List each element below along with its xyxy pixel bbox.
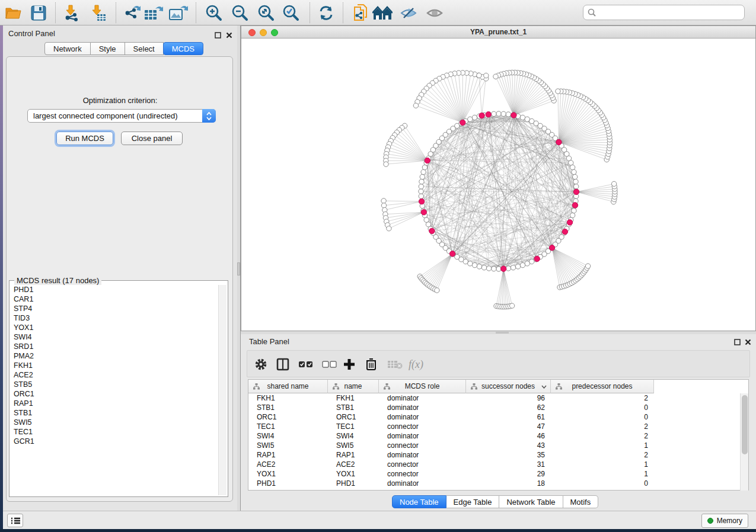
zoom-fit-icon[interactable]	[256, 3, 276, 23]
mcds-result-item[interactable]: TEC1	[11, 427, 219, 437]
mcds-result-item[interactable]: SWI4	[11, 332, 219, 342]
scrollbar-thumb[interactable]	[742, 395, 748, 454]
mcds-result-item[interactable]: PMA2	[11, 351, 219, 361]
network-file-share-icon[interactable]	[350, 3, 371, 23]
run-mcds-button[interactable]: Run MCDS	[56, 132, 113, 145]
table-row[interactable]: YOX1YOX1connector291	[248, 469, 741, 479]
show-columns-icon[interactable]	[276, 355, 289, 373]
mcds-result-item[interactable]: FKH1	[11, 361, 219, 370]
import-table-icon[interactable]	[88, 3, 108, 23]
table-cell: 2	[551, 422, 654, 431]
toolbar-separator	[116, 2, 116, 23]
tab-select[interactable]: Select	[125, 42, 164, 55]
delete-table-icon[interactable]	[387, 355, 403, 373]
table-cell: 18	[466, 479, 551, 488]
table-row[interactable]: TEC1TEC1connector472	[248, 422, 741, 431]
function-builder-icon[interactable]: f(x)	[409, 355, 423, 373]
column-header-MCDS-role[interactable]: MCDS role	[379, 380, 466, 393]
add-column-icon[interactable]	[343, 355, 355, 373]
control-panel-tabs: Network Style Select MCDS	[44, 42, 203, 55]
open-file-icon[interactable]	[4, 3, 24, 23]
tab-style[interactable]: Style	[91, 42, 125, 55]
table-cell: 46	[466, 431, 551, 441]
import-network-icon[interactable]	[62, 3, 82, 23]
export-network-icon[interactable]	[122, 3, 142, 23]
mcds-result-list[interactable]: PHD1CAR1STP4TID3YOX1SWI4SRD1PMA2FKH1ACE2…	[11, 285, 219, 495]
tab-node-table[interactable]: Node Table	[392, 495, 446, 508]
table-cell: connector	[379, 441, 466, 450]
column-header-predecessor-nodes[interactable]: predecessor nodes	[551, 380, 654, 393]
table-cell: dominator	[379, 412, 466, 422]
mcds-result-item[interactable]: ACE2	[11, 370, 219, 380]
mcds-result-item[interactable]: STP4	[11, 304, 219, 313]
table-row[interactable]: RAP1RAP1dominator352	[248, 450, 741, 460]
zoom-in-icon[interactable]	[204, 3, 224, 23]
table-row[interactable]: SWI5SWI5connector431	[248, 441, 741, 450]
table-scrollbar[interactable]	[740, 393, 748, 491]
table-row[interactable]: ACE2ACE2connector311	[248, 460, 741, 469]
table-row[interactable]: ORC1ORC1dominator610	[248, 412, 741, 422]
close-panel-icon[interactable]	[226, 30, 232, 37]
mcds-result-item[interactable]: GCR1	[11, 437, 219, 446]
mcds-result-item[interactable]: SRD1	[11, 342, 219, 351]
memory-button[interactable]: Memory	[701, 514, 748, 528]
float-panel-icon[interactable]	[734, 337, 741, 344]
table-cell: RAP1	[328, 450, 379, 460]
mcds-result-item[interactable]: YOX1	[11, 323, 219, 332]
column-header-name[interactable]: name	[328, 380, 379, 393]
table-row[interactable]: PHD1PHD1dominator180	[248, 479, 741, 488]
close-panel-button[interactable]: Close panel	[121, 132, 183, 145]
table-cell: PHD1	[328, 479, 379, 488]
main-toolbar	[0, 0, 756, 25]
tab-network[interactable]: Network	[44, 42, 91, 55]
mcds-result-item[interactable]: SWI5	[11, 418, 219, 427]
mcds-result-item[interactable]: RAP1	[11, 399, 219, 408]
export-image-icon[interactable]	[168, 3, 189, 23]
float-panel-icon[interactable]	[215, 30, 221, 37]
table-row[interactable]: STB1STB1dominator620	[248, 403, 741, 412]
deselect-all-checkboxes-icon[interactable]	[322, 355, 337, 373]
column-header-shared-name[interactable]: shared name	[248, 380, 328, 393]
table-options-gear-icon[interactable]	[254, 355, 267, 373]
table-cell: dominator	[379, 393, 466, 403]
zoom-out-icon[interactable]	[230, 3, 250, 23]
save-session-icon[interactable]	[28, 3, 49, 23]
table-cell: 2	[551, 393, 654, 403]
mcds-result-item[interactable]: CAR1	[11, 294, 219, 304]
mcds-result-item[interactable]: STB5	[11, 380, 219, 389]
column-header-successor-nodes[interactable]: successor nodes	[466, 380, 551, 393]
zoom-selected-icon[interactable]	[281, 3, 301, 23]
mcds-result-item[interactable]: STB1	[11, 408, 219, 418]
control-panel: Control Panel Network Style Select MCDS …	[3, 25, 237, 511]
network-canvas[interactable]	[241, 39, 755, 331]
table-cell: PHD1	[248, 479, 328, 488]
tab-motifs[interactable]: Motifs	[563, 495, 599, 508]
select-all-checkboxes-icon[interactable]	[298, 355, 314, 373]
network-window-titlebar[interactable]: YPA_prune.txt_1	[241, 26, 755, 39]
table-row[interactable]: SWI4SWI4dominator462	[248, 431, 741, 441]
export-table-icon[interactable]	[143, 3, 164, 23]
dropdown-stepper-icon	[202, 109, 216, 123]
show-task-history-button[interactable]	[7, 514, 23, 527]
criterion-dropdown[interactable]: largest connected component (undirected)	[27, 109, 216, 123]
tab-edge-table[interactable]: Edge Table	[446, 495, 500, 508]
show-graphics-details-icon[interactable]	[425, 3, 445, 23]
splitter-grip[interactable]	[496, 332, 509, 334]
delete-columns-icon[interactable]	[366, 355, 377, 373]
tab-network-table[interactable]: Network Table	[499, 495, 563, 508]
network-overview-icon[interactable]	[372, 3, 393, 23]
table-row[interactable]: FKH1FKH1dominator962	[248, 393, 741, 403]
table-cell: SWI5	[248, 441, 328, 450]
apply-layout-icon[interactable]	[316, 3, 336, 23]
close-panel-icon[interactable]	[745, 337, 751, 344]
mcds-result-item[interactable]: TID3	[11, 313, 219, 323]
tab-mcds[interactable]: MCDS	[163, 42, 203, 55]
mcds-list-scrollbar[interactable]	[218, 285, 227, 495]
hide-graphics-details-icon[interactable]	[398, 3, 419, 23]
mcds-result-item[interactable]: PHD1	[11, 285, 219, 294]
search-box[interactable]	[583, 5, 745, 20]
splitter-grip[interactable]	[237, 262, 240, 275]
table-cell: dominator	[379, 479, 466, 488]
search-input[interactable]	[599, 8, 744, 17]
mcds-result-item[interactable]: ORC1	[11, 389, 219, 399]
